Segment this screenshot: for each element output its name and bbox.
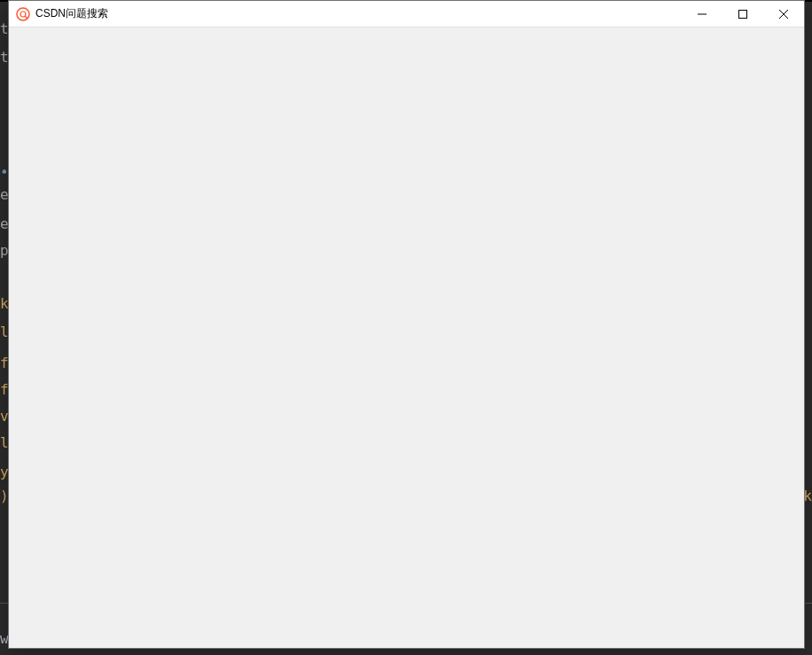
maximize-button[interactable] xyxy=(722,1,763,27)
maximize-icon xyxy=(738,10,747,19)
minimize-icon xyxy=(698,10,707,19)
window-controls xyxy=(682,1,804,27)
app-window: CSDN问题搜索 xyxy=(8,0,805,649)
window-titlebar[interactable]: CSDN问题搜索 xyxy=(9,1,804,27)
close-button[interactable] xyxy=(763,1,804,27)
close-icon xyxy=(779,10,788,19)
svg-line-2 xyxy=(26,16,28,19)
window-title: CSDN问题搜索 xyxy=(35,6,682,21)
minimize-button[interactable] xyxy=(682,1,722,27)
svg-point-1 xyxy=(20,12,26,17)
csdn-icon xyxy=(16,7,30,21)
svg-rect-4 xyxy=(739,11,747,19)
window-content-area xyxy=(9,27,804,648)
